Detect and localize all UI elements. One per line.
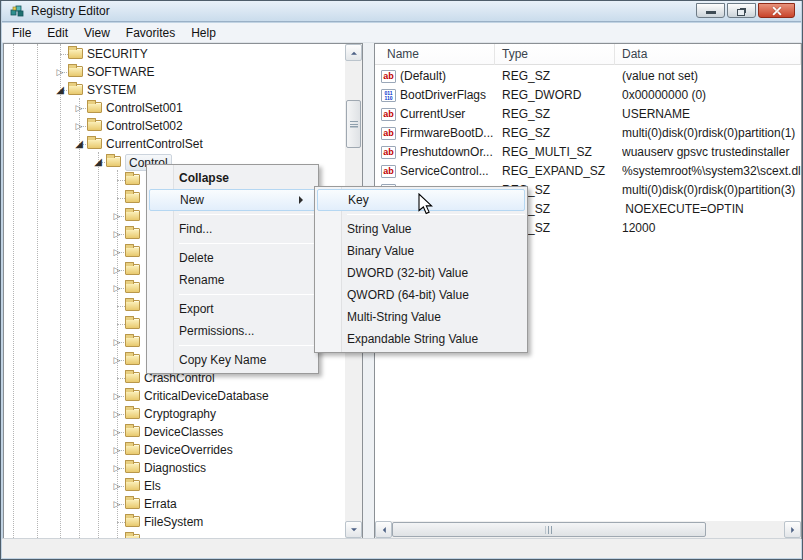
menu-item-label: Expandable String Value [347, 332, 478, 346]
menu-item-copy-key-name[interactable]: Copy Key Name [147, 349, 318, 371]
expand-arrow-icon[interactable]: ▷ [110, 280, 124, 296]
list-horizontal-scrollbar[interactable] [375, 521, 801, 538]
value-row-currentuser[interactable]: abCurrentUserREG_SZUSERNAME [375, 105, 801, 124]
menu-edit[interactable]: Edit [39, 24, 76, 42]
menu-item-collapse[interactable]: Collapse [147, 167, 318, 189]
value-row-bootdriverflags[interactable]: 011110BootDriverFlagsREG_DWORD0x00000000… [375, 86, 801, 105]
tree-item-label: ControlSet001 [106, 99, 183, 117]
expand-arrow-icon[interactable]: ▷ [110, 406, 124, 422]
tree-item-cryptography[interactable]: ▷Cryptography [4, 405, 362, 423]
value-row-servicecontrol[interactable]: abServiceControl...REG_EXPAND_SZ%systemr… [375, 162, 801, 181]
menu-item-expandable-string-value[interactable]: Expandable String Value [315, 328, 527, 350]
menu-item-label: String Value [347, 222, 411, 236]
scroll-left-button[interactable] [375, 521, 392, 538]
tree-item-label: Errata [144, 495, 177, 513]
folder-icon [125, 372, 140, 383]
title-bar[interactable]: Registry Editor [2, 1, 801, 22]
menu-item-new[interactable]: New [149, 189, 316, 211]
arrow-up-icon [351, 48, 357, 54]
tree-item-diagnostics[interactable]: ▷Diagnostics [4, 459, 362, 477]
folder-icon [125, 282, 140, 293]
tree-item-software[interactable]: ▷SOFTWARE [4, 63, 362, 81]
menu-item-string-value[interactable]: String Value [315, 218, 527, 240]
tree-item-system[interactable]: ◢SYSTEM [4, 81, 362, 99]
menu-item-rename[interactable]: Rename [147, 269, 318, 291]
menu-item-multi-string-value[interactable]: Multi-String Value [315, 306, 527, 328]
minimize-button[interactable] [696, 3, 725, 18]
collapse-arrow-icon[interactable]: ◢ [91, 154, 105, 170]
menu-view[interactable]: View [76, 24, 118, 42]
tree-item-label: CriticalDeviceDatabase [144, 387, 269, 405]
menu-help[interactable]: Help [183, 24, 224, 42]
value-data: %systemroot%\system32\scext.dll [622, 162, 802, 181]
menu-separator [179, 345, 316, 346]
value-data: multi(0)disk(0)rdisk(0)partition(1) [622, 124, 802, 143]
menu-favorites[interactable]: Favorites [118, 24, 183, 42]
menu-item-qword-64-bit-value[interactable]: QWORD (64-bit) Value [315, 284, 527, 306]
tree-item-controlset002[interactable]: ▷ControlSet002 [4, 117, 362, 135]
value-data: 12000 [622, 219, 802, 238]
value-name: CurrentUser [400, 105, 495, 124]
maximize-button[interactable] [727, 3, 756, 18]
expand-arrow-icon[interactable]: ▷ [110, 352, 124, 368]
expand-arrow-icon[interactable]: ▷ [110, 442, 124, 458]
expand-arrow-icon[interactable]: ▷ [110, 244, 124, 260]
expand-arrow-icon[interactable]: ▷ [110, 460, 124, 476]
menu-item-permissions[interactable]: Permissions... [147, 320, 318, 342]
menu-item-find[interactable]: Find... [147, 218, 318, 240]
value-row-preshutdownor[interactable]: abPreshutdownOr...REG_MULTI_SZwuauserv g… [375, 143, 801, 162]
tree-scrollbar-thumb[interactable] [346, 100, 361, 148]
menu-item-dword-32-bit-value[interactable]: DWORD (32-bit) Value [315, 262, 527, 284]
tree-item-label: CurrentControlSet [106, 135, 203, 153]
expand-arrow-icon[interactable]: ▷ [110, 478, 124, 494]
column-header-data[interactable]: Data [615, 44, 801, 65]
arrow-down-icon [351, 528, 357, 534]
value-row-default[interactable]: ab(Default)REG_SZ(value not set) [375, 67, 801, 86]
menu-item-binary-value[interactable]: Binary Value [315, 240, 527, 262]
close-button[interactable] [758, 3, 795, 18]
arrow-left-icon [379, 527, 385, 533]
expand-arrow-icon[interactable]: ▷ [110, 388, 124, 404]
tree-item-controlset001[interactable]: ▷ControlSet001 [4, 99, 362, 117]
scroll-up-button[interactable] [345, 44, 362, 61]
expand-arrow-icon[interactable]: ▷ [72, 118, 86, 134]
status-bar: Computer\HKEY_LOCAL_MACHINE\SYSTEM\Curre… [2, 538, 801, 558]
list-scrollbar-thumb[interactable] [392, 522, 706, 537]
string-value-icon: ab [381, 108, 396, 121]
value-data: wuauserv gpsvc trustedinstaller [622, 143, 802, 162]
expand-arrow-icon[interactable]: ▷ [53, 64, 67, 80]
tree-item-errata[interactable]: ▷Errata [4, 495, 362, 513]
expand-arrow-icon[interactable]: ▷ [110, 424, 124, 440]
column-header-name[interactable]: Name [375, 44, 495, 65]
folder-icon [125, 174, 140, 185]
column-header-type[interactable]: Type [495, 44, 615, 65]
tree-item-security[interactable]: SECURITY [4, 45, 362, 63]
scroll-down-button[interactable] [345, 521, 362, 538]
expand-arrow-icon[interactable]: ▷ [110, 334, 124, 350]
menu-item-delete[interactable]: Delete [147, 247, 318, 269]
value-row-firmwarebootd[interactable]: abFirmwareBootD...REG_SZmulti(0)disk(0)r… [375, 124, 801, 143]
tree-item-els[interactable]: ▷Els [4, 477, 362, 495]
menu-item-export[interactable]: Export [147, 298, 318, 320]
value-name: PreshutdownOr... [400, 143, 495, 162]
folder-icon [125, 318, 140, 329]
tree-item-deviceoverrides[interactable]: ▷DeviceOverrides [4, 441, 362, 459]
scroll-right-button[interactable] [784, 521, 801, 538]
expand-arrow-icon[interactable]: ▷ [110, 208, 124, 224]
tree-item-criticaldevicedatabase[interactable]: ▷CriticalDeviceDatabase [4, 387, 362, 405]
expand-arrow-icon[interactable]: ▷ [110, 262, 124, 278]
value-name: (Default) [400, 67, 495, 86]
folder-icon [125, 498, 140, 509]
tree-item-filesystem[interactable]: FileSystem [4, 513, 362, 531]
menu-item-label: Multi-String Value [347, 310, 441, 324]
expand-arrow-icon[interactable]: ▷ [110, 496, 124, 512]
expand-arrow-icon[interactable]: ▷ [110, 226, 124, 242]
folder-icon [68, 84, 83, 95]
menu-item-label: Key [348, 193, 369, 207]
menu-file[interactable]: File [4, 24, 39, 42]
tree-item-currentcontrolset[interactable]: ◢CurrentControlSet [4, 135, 362, 153]
expand-arrow-icon[interactable]: ▷ [72, 100, 86, 116]
collapse-arrow-icon[interactable]: ◢ [53, 82, 67, 98]
collapse-arrow-icon[interactable]: ◢ [72, 136, 86, 152]
tree-item-deviceclasses[interactable]: ▷DeviceClasses [4, 423, 362, 441]
